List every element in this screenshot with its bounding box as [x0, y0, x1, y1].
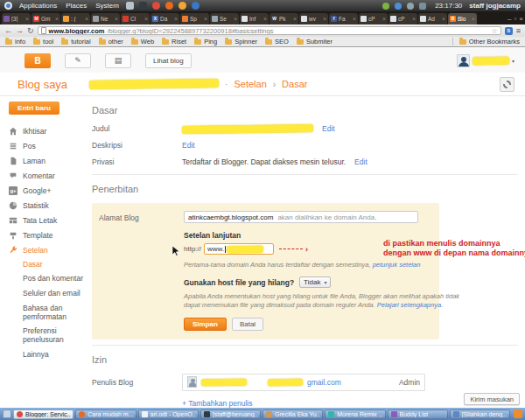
taskbar-window-buddy-list[interactable]: Buddy List	[388, 410, 448, 419]
firefox-launcher-icon[interactable]	[165, 2, 173, 10]
user-switcher-icon[interactable]	[126, 2, 134, 10]
tab-close-icon[interactable]: ×	[472, 16, 475, 22]
tab-close-icon[interactable]: ×	[234, 16, 237, 22]
custom-domain-input[interactable]: www.	[204, 243, 274, 255]
sidebar-subitem-pos-dan-komentar[interactable]: Pos dan komentar	[0, 272, 88, 287]
bookmark-folder-seo[interactable]: SEO	[265, 38, 289, 46]
gnome-menu-icon[interactable]	[4, 2, 12, 10]
reload-icon[interactable]: ↻	[27, 27, 34, 35]
bookmark-star-icon[interactable]: ☆	[492, 27, 498, 35]
sidebar-subitem-seluler-dan-email[interactable]: Seluler dan email	[0, 287, 88, 302]
tab-close-icon[interactable]: ×	[442, 16, 445, 22]
sidebar-item-laman[interactable]: Laman	[0, 153, 88, 168]
taskbar-window-firefox[interactable]: Cara mudah m...	[75, 410, 136, 419]
bookmark-folder-other[interactable]: other	[99, 38, 123, 46]
bookmark-folder-spinner[interactable]: Spinner	[225, 38, 257, 46]
browser-tab[interactable]: Cl×	[121, 13, 150, 24]
tab-close-icon[interactable]: ×	[174, 16, 178, 22]
browser-tab[interactable]: cP×	[359, 13, 388, 24]
bookmark-folder-tutorial[interactable]: tutorial	[61, 38, 91, 46]
places-menu[interactable]: Places	[64, 2, 88, 10]
tab-close-icon[interactable]: ×	[323, 16, 326, 22]
sidebar-item-statistik[interactable]: Statistik	[0, 198, 88, 213]
globe-launcher-icon[interactable]	[192, 2, 200, 10]
browser-tab[interactable]: Sp×	[180, 13, 209, 24]
tab-close-icon[interactable]: ×	[382, 16, 386, 22]
settings-gear-button[interactable]	[500, 77, 514, 92]
sidebar-item-tata-letak[interactable]: Tata Letak	[0, 213, 88, 228]
blogspot-address-field[interactable]: atinkcaembgt.blogspot.com akan dialihkan…	[184, 211, 418, 223]
window-minimize-icon[interactable]: –	[508, 15, 511, 23]
browser-tab[interactable]: Se×	[210, 13, 239, 24]
sidebar-item-ikhtisar[interactable]: Ikhtisar	[0, 123, 88, 138]
tab-close-icon[interactable]: ×	[293, 16, 297, 22]
edit-deskripsi-link[interactable]: Edit	[182, 141, 195, 150]
bookmark-folder-submiter[interactable]: Submiter	[297, 38, 332, 46]
bookmark-folder-tool[interactable]: tool	[33, 38, 53, 46]
show-desktop-icon[interactable]	[3, 410, 11, 418]
tab-close-icon[interactable]: ×	[55, 16, 59, 22]
view-blog-button[interactable]: Lihat blog	[145, 53, 192, 68]
bookmark-folder-ping[interactable]: Ping	[194, 38, 217, 46]
cancel-button[interactable]: Batal	[232, 318, 263, 331]
browser-tab[interactable]: Ne×	[91, 13, 120, 24]
tab-close-icon[interactable]: ×	[353, 16, 356, 22]
tab-close-icon[interactable]: ×	[115, 16, 118, 22]
volume-tray-icon[interactable]	[407, 3, 414, 10]
browser-tab[interactable]: Inf×	[240, 13, 269, 24]
setup-instructions-link[interactable]: petunjuk setelan	[373, 261, 421, 269]
back-icon[interactable]: ←	[4, 27, 12, 35]
taskbar-window-blogger[interactable]: Blogger: Servic...	[13, 410, 74, 419]
terminal-launcher-icon[interactable]	[139, 2, 147, 10]
browser-tab[interactable]: XDa×	[150, 13, 179, 24]
address-bar[interactable]: www.blogger.com /blogger.g?blogID=292245…	[38, 26, 501, 35]
browser-tab[interactable]: [3]×	[2, 13, 31, 24]
bookmark-folder-web[interactable]: Web	[131, 38, 154, 46]
new-post-icon-button[interactable]: ✎	[65, 53, 91, 68]
sidebar-item-pos[interactable]: Pos	[0, 138, 88, 153]
workspace-icon[interactable]	[514, 410, 522, 418]
missing-host-dropdown[interactable]: Tidak ▾	[299, 276, 331, 288]
edit-judul-link[interactable]: Edit	[322, 124, 335, 133]
taskbar-window-media[interactable]: Morena Remix ...	[325, 410, 385, 419]
tab-close-icon[interactable]: ×	[25, 16, 29, 22]
extension-icon[interactable]: S	[505, 27, 513, 35]
forward-icon[interactable]: →	[16, 27, 24, 35]
taskbar-window-openoffice[interactable]: ari.odt - OpenO...	[138, 410, 199, 419]
bookmark-folder-riset[interactable]: Riset	[162, 38, 186, 46]
post-list-icon-button[interactable]: ▤	[105, 53, 131, 68]
bookmark-folder-info[interactable]: info	[5, 38, 25, 46]
sidebar-item-template[interactable]: Template	[0, 228, 88, 242]
window-maximize-icon[interactable]: ▫	[514, 15, 516, 23]
browser-menu-icon[interactable]: ≡	[516, 26, 521, 35]
sidebar-subitem-dasar[interactable]: Dasar	[0, 257, 88, 272]
breadcrumb-setelan[interactable]: Setelan	[234, 79, 266, 89]
sidebar-item-komentar[interactable]: Komentar	[0, 168, 88, 183]
tab-close-icon[interactable]: ×	[263, 16, 267, 22]
send-feedback-button[interactable]: Kirim masukan	[464, 393, 520, 405]
edit-privasi-link[interactable]: Edit	[354, 158, 368, 166]
browser-tab[interactable]: MGm×	[32, 13, 60, 24]
window-close-icon[interactable]: ×	[519, 15, 523, 23]
taskbar-window-grecilia[interactable]: Grecilia Eka Yu...	[262, 410, 323, 419]
tab-close-icon[interactable]: ×	[412, 16, 416, 22]
learn-more-link[interactable]: Pelajari selengkapnya.	[377, 301, 443, 309]
chrome-launcher-icon[interactable]	[152, 2, 160, 10]
sidebar-item-googleplus[interactable]: g+ Google+	[0, 183, 88, 198]
taskbar-window-terminal[interactable]: [staff@beruang...	[200, 410, 261, 419]
browser-tab[interactable]: : (×	[61, 13, 90, 24]
browser-tab[interactable]: Ad×	[418, 13, 447, 24]
new-entry-button[interactable]: Entri baru	[9, 102, 60, 115]
add-author-link[interactable]: + Tambahkan penulis	[182, 399, 252, 408]
tab-close-icon[interactable]: ×	[204, 16, 207, 22]
tab-close-icon[interactable]: ×	[85, 16, 88, 22]
display-tray-icon[interactable]	[419, 3, 426, 10]
sidebar-subitem-lainnya[interactable]: Lainnya	[0, 347, 88, 362]
taskbar-window-chat[interactable]: [Silahkan deng...	[450, 410, 510, 419]
browser-tab-active-blogger[interactable]: BBlo×	[448, 13, 477, 24]
system-menu[interactable]: System	[94, 2, 121, 10]
other-bookmarks[interactable]: Other Bookmarks	[452, 38, 520, 46]
browser-launcher-icon[interactable]	[178, 2, 186, 10]
browser-tab[interactable]: wv×	[299, 13, 328, 24]
browser-tab[interactable]: WPk×	[270, 13, 298, 24]
